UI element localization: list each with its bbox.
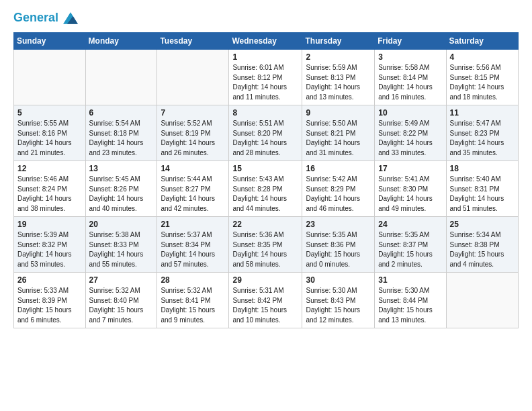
day-number: 30 [306, 275, 371, 285]
day-info: Sunrise: 5:42 AM Sunset: 8:29 PM Dayligh… [306, 175, 371, 214]
calendar-cell: 8Sunrise: 5:51 AM Sunset: 8:20 PM Daylig… [229, 105, 302, 161]
calendar-cell: 12Sunrise: 5:46 AM Sunset: 8:24 PM Dayli… [14, 161, 86, 217]
day-number: 21 [161, 220, 225, 229]
day-number: 15 [232, 164, 298, 173]
day-info: Sunrise: 5:38 AM Sunset: 8:33 PM Dayligh… [89, 230, 154, 269]
day-info: Sunrise: 5:44 AM Sunset: 8:27 PM Dayligh… [161, 175, 225, 214]
day-number: 13 [89, 164, 154, 173]
day-number: 11 [450, 108, 515, 118]
calendar-cell [14, 50, 86, 105]
day-number: 16 [306, 164, 371, 173]
calendar-cell: 25Sunrise: 5:34 AM Sunset: 8:38 PM Dayli… [446, 217, 518, 273]
calendar-cell: 28Sunrise: 5:32 AM Sunset: 8:41 PM Dayli… [157, 273, 229, 328]
day-info: Sunrise: 5:34 AM Sunset: 8:38 PM Dayligh… [450, 230, 515, 269]
day-info: Sunrise: 5:46 AM Sunset: 8:24 PM Dayligh… [17, 175, 82, 214]
day-number: 28 [161, 275, 225, 285]
calendar-week-3: 19Sunrise: 5:39 AM Sunset: 8:32 PM Dayli… [14, 217, 519, 273]
day-number: 20 [89, 220, 154, 229]
calendar-cell: 5Sunrise: 5:55 AM Sunset: 8:16 PM Daylig… [14, 105, 86, 161]
day-number: 26 [17, 275, 82, 285]
calendar-cell: 3Sunrise: 5:58 AM Sunset: 8:14 PM Daylig… [375, 50, 446, 105]
day-number: 14 [161, 164, 225, 173]
calendar-cell: 11Sunrise: 5:47 AM Sunset: 8:23 PM Dayli… [446, 105, 518, 161]
col-header-thursday: Thursday [302, 33, 375, 50]
day-info: Sunrise: 5:35 AM Sunset: 8:36 PM Dayligh… [306, 230, 371, 269]
col-header-saturday: Saturday [446, 33, 518, 50]
day-number: 2 [306, 52, 371, 62]
calendar-week-1: 5Sunrise: 5:55 AM Sunset: 8:16 PM Daylig… [14, 105, 519, 161]
logo-text: General [13, 11, 78, 26]
calendar-cell: 18Sunrise: 5:40 AM Sunset: 8:31 PM Dayli… [446, 161, 518, 217]
day-info: Sunrise: 5:31 AM Sunset: 8:42 PM Dayligh… [232, 286, 298, 325]
day-number: 18 [450, 164, 515, 173]
day-number: 24 [378, 220, 442, 229]
day-info: Sunrise: 5:32 AM Sunset: 8:40 PM Dayligh… [89, 286, 154, 325]
calendar-cell [157, 50, 229, 105]
day-number: 31 [378, 275, 442, 285]
day-info: Sunrise: 5:37 AM Sunset: 8:34 PM Dayligh… [161, 230, 225, 269]
calendar-cell: 21Sunrise: 5:37 AM Sunset: 8:34 PM Dayli… [157, 217, 229, 273]
calendar-cell: 2Sunrise: 5:59 AM Sunset: 8:13 PM Daylig… [302, 50, 375, 105]
calendar-cell: 16Sunrise: 5:42 AM Sunset: 8:29 PM Dayli… [302, 161, 375, 217]
calendar-cell: 24Sunrise: 5:35 AM Sunset: 8:37 PM Dayli… [375, 217, 446, 273]
calendar-cell: 6Sunrise: 5:54 AM Sunset: 8:18 PM Daylig… [85, 105, 157, 161]
day-info: Sunrise: 5:50 AM Sunset: 8:21 PM Dayligh… [306, 119, 371, 158]
calendar-cell [446, 273, 518, 328]
day-info: Sunrise: 5:52 AM Sunset: 8:19 PM Dayligh… [161, 119, 225, 158]
day-info: Sunrise: 5:41 AM Sunset: 8:30 PM Dayligh… [378, 175, 442, 214]
day-info: Sunrise: 5:30 AM Sunset: 8:44 PM Dayligh… [378, 286, 442, 325]
calendar-header-row: SundayMondayTuesdayWednesdayThursdayFrid… [14, 33, 519, 50]
calendar-cell: 10Sunrise: 5:49 AM Sunset: 8:22 PM Dayli… [375, 105, 446, 161]
day-number: 23 [306, 220, 371, 229]
calendar-cell: 29Sunrise: 5:31 AM Sunset: 8:42 PM Dayli… [229, 273, 302, 328]
calendar-week-2: 12Sunrise: 5:46 AM Sunset: 8:24 PM Dayli… [14, 161, 519, 217]
calendar-week-4: 26Sunrise: 5:33 AM Sunset: 8:39 PM Dayli… [14, 273, 519, 328]
calendar-week-0: 1Sunrise: 6:01 AM Sunset: 8:12 PM Daylig… [14, 50, 519, 105]
day-number: 4 [450, 52, 515, 62]
page: General SundayMondayTuesdayWednesdayThur… [0, 0, 532, 335]
logo-icon [63, 11, 78, 26]
day-info: Sunrise: 5:51 AM Sunset: 8:20 PM Dayligh… [232, 119, 298, 158]
header: General [13, 11, 519, 26]
col-header-friday: Friday [375, 33, 446, 50]
logo-general: General [13, 11, 58, 24]
day-info: Sunrise: 5:33 AM Sunset: 8:39 PM Dayligh… [17, 286, 82, 325]
day-info: Sunrise: 5:54 AM Sunset: 8:18 PM Dayligh… [89, 119, 154, 158]
day-info: Sunrise: 5:39 AM Sunset: 8:32 PM Dayligh… [17, 230, 82, 269]
calendar-cell: 26Sunrise: 5:33 AM Sunset: 8:39 PM Dayli… [14, 273, 86, 328]
calendar-cell: 9Sunrise: 5:50 AM Sunset: 8:21 PM Daylig… [302, 105, 375, 161]
day-info: Sunrise: 5:47 AM Sunset: 8:23 PM Dayligh… [450, 119, 515, 158]
calendar-cell: 17Sunrise: 5:41 AM Sunset: 8:30 PM Dayli… [375, 161, 446, 217]
calendar-cell: 4Sunrise: 5:56 AM Sunset: 8:15 PM Daylig… [446, 50, 518, 105]
calendar-cell: 23Sunrise: 5:35 AM Sunset: 8:36 PM Dayli… [302, 217, 375, 273]
day-number: 10 [378, 108, 442, 118]
day-number: 17 [378, 164, 442, 173]
day-number: 3 [378, 52, 442, 62]
calendar-cell: 22Sunrise: 5:36 AM Sunset: 8:35 PM Dayli… [229, 217, 302, 273]
day-info: Sunrise: 5:55 AM Sunset: 8:16 PM Dayligh… [17, 119, 82, 158]
calendar-cell: 19Sunrise: 5:39 AM Sunset: 8:32 PM Dayli… [14, 217, 86, 273]
day-number: 27 [89, 275, 154, 285]
calendar-table: SundayMondayTuesdayWednesdayThursdayFrid… [13, 32, 519, 328]
day-info: Sunrise: 5:58 AM Sunset: 8:14 PM Dayligh… [378, 63, 442, 102]
col-header-wednesday: Wednesday [229, 33, 302, 50]
calendar-cell: 14Sunrise: 5:44 AM Sunset: 8:27 PM Dayli… [157, 161, 229, 217]
calendar-cell: 1Sunrise: 6:01 AM Sunset: 8:12 PM Daylig… [229, 50, 302, 105]
col-header-tuesday: Tuesday [157, 33, 229, 50]
col-header-monday: Monday [85, 33, 157, 50]
day-number: 6 [89, 108, 154, 118]
day-number: 5 [17, 108, 82, 118]
col-header-sunday: Sunday [14, 33, 86, 50]
calendar-cell: 13Sunrise: 5:45 AM Sunset: 8:26 PM Dayli… [85, 161, 157, 217]
day-info: Sunrise: 5:59 AM Sunset: 8:13 PM Dayligh… [306, 63, 371, 102]
calendar-cell: 30Sunrise: 5:30 AM Sunset: 8:43 PM Dayli… [302, 273, 375, 328]
day-info: Sunrise: 5:43 AM Sunset: 8:28 PM Dayligh… [232, 175, 298, 214]
day-number: 9 [306, 108, 371, 118]
calendar-cell: 7Sunrise: 5:52 AM Sunset: 8:19 PM Daylig… [157, 105, 229, 161]
day-number: 1 [232, 52, 298, 62]
day-info: Sunrise: 5:45 AM Sunset: 8:26 PM Dayligh… [89, 175, 154, 214]
day-info: Sunrise: 5:36 AM Sunset: 8:35 PM Dayligh… [232, 230, 298, 269]
day-info: Sunrise: 5:32 AM Sunset: 8:41 PM Dayligh… [161, 286, 225, 325]
calendar-cell: 27Sunrise: 5:32 AM Sunset: 8:40 PM Dayli… [85, 273, 157, 328]
calendar-cell: 31Sunrise: 5:30 AM Sunset: 8:44 PM Dayli… [375, 273, 446, 328]
